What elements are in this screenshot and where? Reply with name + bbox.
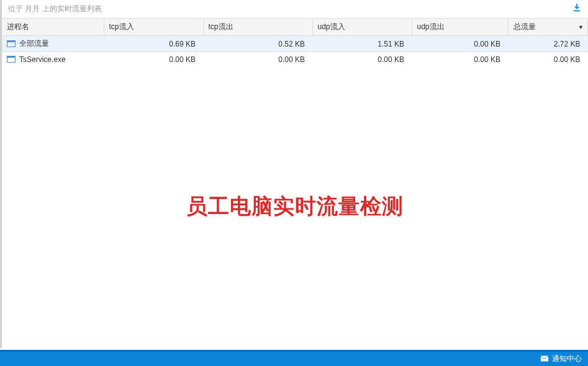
col-header-tcpout[interactable]: tcp流出 (203, 19, 312, 36)
cell-udpin: 0.00 KB (312, 52, 412, 67)
col-header-total[interactable]: 总流量 ▼ (508, 19, 588, 36)
sort-desc-icon: ▼ (578, 24, 584, 30)
process-name: TsService.exe (19, 55, 66, 64)
cell-tcpout: 0.52 KB (203, 36, 312, 52)
cell-total: 2.72 KB (508, 36, 588, 52)
table-header-row: 进程名 tcp流入 tcp流出 udp流入 udp流出 总流量 ▼ (2, 19, 588, 36)
cell-udpout: 0.00 KB (412, 52, 508, 67)
process-name: 全部流量 (19, 38, 49, 49)
table-row[interactable]: 全部流量 0.69 KB 0.52 KB 1.51 KB 0.00 KB 2.7… (2, 36, 588, 52)
mail-icon (540, 355, 549, 364)
cell-tcpout: 0.00 KB (203, 52, 312, 67)
download-icon (572, 2, 582, 16)
window-icon (7, 40, 16, 47)
cell-tcpin: 0.00 KB (104, 52, 203, 67)
status-bar: 通知中心 (0, 350, 588, 366)
page-title: 位于 月月 上的实时流量列表 (8, 4, 102, 14)
col-header-tcpin[interactable]: tcp流入 (104, 19, 203, 36)
col-header-total-label: 总流量 (513, 22, 536, 31)
cell-total: 0.00 KB (508, 52, 588, 67)
header-bar: 位于 月月 上的实时流量列表 (2, 0, 588, 19)
table-row[interactable]: TsService.exe 0.00 KB 0.00 KB 0.00 KB 0.… (2, 52, 588, 67)
cell-tcpin: 0.69 KB (104, 36, 203, 52)
col-header-udpin[interactable]: udp流入 (312, 19, 412, 36)
col-header-udpout[interactable]: udp流出 (412, 19, 508, 36)
traffic-table-area: 进程名 tcp流入 tcp流出 udp流入 udp流出 总流量 ▼ (2, 19, 588, 348)
svg-rect-0 (541, 355, 548, 361)
window-icon (7, 56, 16, 63)
cell-udpout: 0.00 KB (412, 36, 508, 52)
notification-center-button[interactable]: 通知中心 (540, 354, 582, 364)
cell-udpin: 1.51 KB (312, 36, 412, 52)
traffic-table: 进程名 tcp流入 tcp流出 udp流入 udp流出 总流量 ▼ (2, 19, 588, 67)
overlay-watermark: 员工电脑实时流量检测 (186, 192, 404, 221)
col-header-process[interactable]: 进程名 (2, 19, 104, 36)
download-button[interactable] (572, 2, 582, 16)
notification-label: 通知中心 (552, 354, 582, 364)
